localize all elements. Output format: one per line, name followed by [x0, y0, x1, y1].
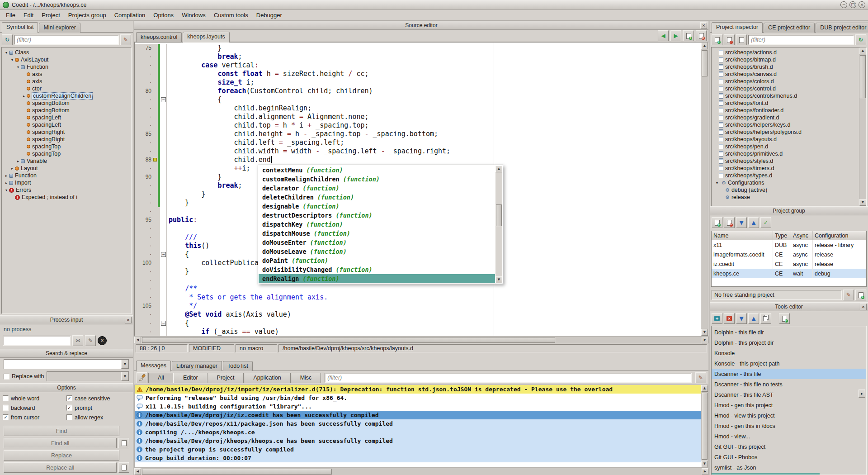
- code-line[interactable]: 88 child.end: [135, 156, 701, 164]
- log-line[interactable]: compiling /.../kheops/kheops.ce: [135, 428, 701, 437]
- refresh-inspector-button[interactable]: ↻: [855, 34, 866, 45]
- code-line[interactable]: 85 child.height = h - _spacing.top - _sp…: [135, 130, 701, 138]
- completion-item-dispatchmouse[interactable]: dispatchMouse(function): [259, 229, 495, 238]
- expander-icon[interactable]: ▸: [21, 94, 27, 98]
- scroll-down-icon[interactable]: ▼: [701, 461, 708, 467]
- search-combo-dropdown-icon[interactable]: ▼: [121, 360, 129, 369]
- close-button[interactable]: ×: [859, 1, 865, 8]
- add-folder-button[interactable]: [736, 34, 747, 45]
- editor-tab-kheops-control[interactable]: kheops.control: [136, 32, 182, 42]
- process-input-field[interactable]: [3, 336, 71, 346]
- move-project-up-button[interactable]: ▲: [748, 217, 759, 228]
- remove-tool-button[interactable]: ×: [724, 313, 735, 324]
- tool-item-dolphin-this-file-dir[interactable]: Dolphin - this file dir: [712, 327, 866, 337]
- expander-icon[interactable]: ▸: [15, 159, 21, 163]
- clone-tool-button[interactable]: [760, 313, 771, 324]
- menu-custom-tools[interactable]: Custom tools: [210, 10, 252, 20]
- completion-item-designable[interactable]: designable(function): [259, 202, 495, 211]
- code-text[interactable]: child.beginRealign;: [167, 104, 701, 113]
- project-row-iz-coedit[interactable]: iz.coeditCEasyncrelease: [712, 259, 866, 269]
- completion-item-domouseenter[interactable]: doMouseEnter(function): [259, 238, 495, 247]
- file-item-src-kheops-bitmap-d[interactable]: src/kheops/bitmap.d: [712, 56, 866, 63]
- tool-item-git-gui-phobos[interactable]: Git GUI - Phobos: [712, 452, 866, 462]
- expander-icon[interactable]: ▾: [15, 65, 21, 69]
- configuration-release[interactable]: ⚙release: [712, 194, 866, 201]
- search-term-combobox[interactable]: ▼: [4, 359, 129, 369]
- messages-vertical-scrollbar[interactable]: ▲ ▼: [701, 385, 708, 467]
- symbol-item-function[interactable]: ▾Function: [2, 63, 131, 71]
- tool-item-dscanner-this-file-ast[interactable]: Dscanner - this file AST: [712, 390, 866, 400]
- code-line[interactable]: · child.alignment = Alignment.none;: [135, 113, 701, 121]
- checkbox-whole-word[interactable]: whole word: [3, 394, 66, 403]
- code-text[interactable]: child.height = h - _spacing.top - _spaci…: [167, 130, 701, 138]
- checkbox-prompt[interactable]: ✓prompt: [66, 403, 130, 413]
- symbol-item-layout[interactable]: ▸Layout: [2, 165, 131, 172]
- code-line[interactable]: ·− {: [135, 95, 701, 104]
- file-item-src-kheops-styles-d[interactable]: src/kheops/styles.d: [712, 157, 866, 165]
- filter-misc-button[interactable]: Misc: [291, 373, 321, 383]
- add-tool-button[interactable]: +: [712, 313, 722, 324]
- symbol-item-function[interactable]: ▸Function: [2, 172, 131, 179]
- code-line[interactable]: · size_t i;: [135, 78, 701, 87]
- completion-item-dopaint[interactable]: doPaint(function): [259, 256, 495, 265]
- scrollbar-thumb[interactable]: [496, 204, 502, 226]
- scroll-right-icon[interactable]: ▶: [702, 337, 708, 343]
- file-item-src-kheops-brush-d[interactable]: src/kheops/brush.d: [712, 63, 866, 71]
- code-text[interactable]: child.alignment = Alignment.none;: [167, 113, 701, 121]
- tool-item-hmod-view-this-project[interactable]: Hmod - view this project: [712, 410, 866, 421]
- menu-debugger[interactable]: Debugger: [252, 10, 286, 20]
- file-item-src-kheops-helpers-keys-d[interactable]: src/kheops/helpers/keys.d: [712, 121, 866, 128]
- tool-item-hmod-gen-this-in-docs[interactable]: Hmod - gen this in /docs: [712, 421, 866, 431]
- move-project-down-button[interactable]: ▼: [736, 217, 747, 228]
- replace-with-checkbox[interactable]: [4, 374, 9, 380]
- replace-combo-dropdown-icon[interactable]: ▼: [121, 372, 129, 381]
- tool-item-dscanner-this-file-no-tests[interactable]: Dscanner - this file no tests: [712, 379, 866, 390]
- tool-item[interactable]: [712, 473, 820, 475]
- fold-icon[interactable]: −: [161, 97, 166, 102]
- clear-messages-button[interactable]: [137, 372, 147, 383]
- code-line[interactable]: 75 }: [135, 44, 701, 52]
- menu-options[interactable]: Options: [149, 10, 178, 20]
- project-row-imageformats-coedit[interactable]: imageformats.coeditCEasyncrelease: [712, 250, 866, 259]
- tab-todo-list[interactable]: Todo list: [223, 361, 253, 371]
- next-source-button[interactable]: ▶: [670, 30, 681, 41]
- symbol-item-spacingbottom[interactable]: spacingBottom: [2, 100, 131, 107]
- file-item-src-kheops-control-d[interactable]: src/kheops/control.d: [712, 85, 866, 92]
- symbol-item-spacingright[interactable]: spacingRight: [2, 136, 131, 143]
- tab-messages[interactable]: Messages: [136, 361, 171, 371]
- project-row-kheops-ce[interactable]: kheops.ceCEwaitdebug: [712, 269, 866, 278]
- file-item-src-kheops-fontloader-d[interactable]: src/kheops/fontloader.d: [712, 107, 866, 114]
- minimize-button[interactable]: −: [840, 1, 847, 8]
- code-editor[interactable]: 75 }· break;· case vertical:· const floa…: [134, 42, 708, 336]
- code-text[interactable]: child.end: [167, 156, 701, 164]
- file-item-src-kheops-types-d[interactable]: src/kheops/types.d: [712, 172, 866, 179]
- tool-item-konsole-this-project-path[interactable]: Konsole - this project path: [712, 358, 866, 369]
- scrollbar-thumb[interactable]: [142, 469, 332, 475]
- symbol-filter-input[interactable]: [14, 35, 119, 45]
- scroll-up-icon[interactable]: ▲: [495, 166, 502, 172]
- close-process-input-button[interactable]: ×: [125, 317, 132, 323]
- symbol-item-expected-instead-of-i[interactable]: !Expected ; instead of i: [2, 194, 131, 201]
- completion-item-dispatchkey[interactable]: dispatchKey(function): [259, 220, 495, 229]
- checkbox-box[interactable]: [66, 414, 72, 420]
- code-line[interactable]: · if (_axis == value): [135, 328, 701, 336]
- expander-icon[interactable]: ▾: [4, 51, 9, 55]
- code-text[interactable]: const float h = sizeRect.height / cc;: [167, 70, 701, 78]
- symbol-refresh-button[interactable]: ↻: [2, 34, 13, 45]
- code-line[interactable]: · const float h = sizeRect.height / cc;: [135, 70, 701, 78]
- checkbox-allow-regex[interactable]: allow regex: [66, 413, 130, 422]
- expander-icon[interactable]: ▸: [4, 174, 9, 178]
- horizontal-splitter[interactable]: [134, 353, 708, 359]
- close-source-editor-button[interactable]: ×: [700, 22, 707, 29]
- log-line[interactable]: /home/basile/Dev/repos/x11/package.json …: [135, 419, 701, 428]
- code-line[interactable]: · child.left = _spacing.left;: [135, 138, 701, 147]
- code-text[interactable]: break;: [167, 52, 701, 61]
- editor-tab-kheops-layouts[interactable]: kheops.layouts: [183, 32, 229, 43]
- menu-windows[interactable]: Windows: [178, 10, 210, 20]
- inspector-filter-input[interactable]: [748, 35, 854, 45]
- move-tool-up-button[interactable]: ▲: [748, 313, 759, 324]
- new-source-button[interactable]: +: [683, 30, 694, 41]
- code-line[interactable]: · break;: [135, 52, 701, 61]
- code-text[interactable]: * Sets or gets the alignment axis.: [167, 293, 701, 302]
- symbol-options-button[interactable]: ✎: [120, 34, 131, 45]
